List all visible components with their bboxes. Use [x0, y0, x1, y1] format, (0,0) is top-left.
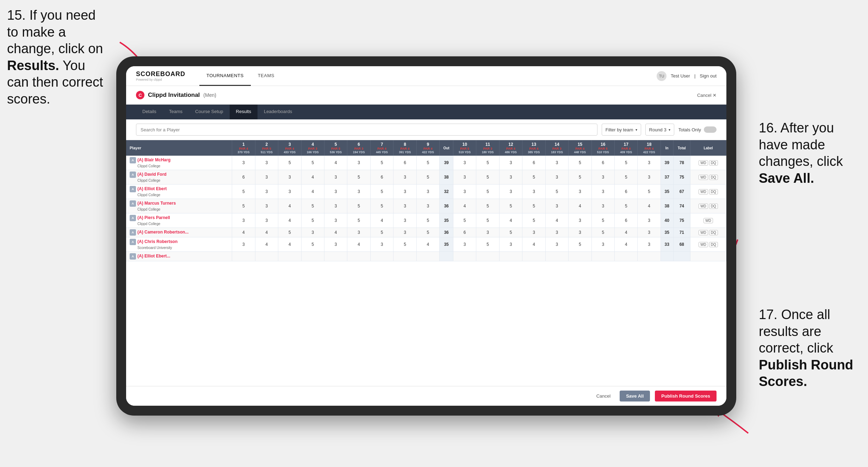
score-hole-6[interactable]: 3 — [347, 228, 370, 237]
score-hole-7[interactable] — [370, 252, 393, 261]
score-hole-3[interactable]: 3 — [278, 185, 301, 199]
score-hole-12[interactable]: 5 — [499, 199, 522, 213]
score-hole-4[interactable]: 4 — [301, 185, 324, 199]
score-hole-4[interactable]: 4 — [301, 170, 324, 185]
score-hole-18[interactable]: 3 — [638, 228, 661, 237]
score-hole-7[interactable]: 3 — [370, 237, 393, 252]
score-hole-10[interactable]: 4 — [453, 199, 476, 213]
score-hole-3[interactable]: 4 — [278, 213, 301, 228]
score-hole-11[interactable]: 5 — [476, 185, 499, 199]
score-hole-6[interactable]: 5 — [347, 170, 370, 185]
wd-button[interactable]: WD — [699, 189, 708, 194]
score-hole-3[interactable]: 3 — [278, 170, 301, 185]
score-hole-8[interactable]: 6 — [393, 156, 416, 170]
wd-button[interactable]: WD — [699, 242, 708, 247]
score-hole-16[interactable]: 3 — [591, 237, 614, 252]
score-hole-16[interactable] — [591, 252, 614, 261]
score-hole-10[interactable]: 6 — [453, 228, 476, 237]
score-hole-5[interactable]: 4 — [324, 228, 347, 237]
tab-teams[interactable]: Teams — [163, 105, 189, 119]
score-hole-8[interactable]: 3 — [393, 228, 416, 237]
score-hole-14[interactable] — [545, 252, 568, 261]
wd-button[interactable]: WD — [699, 160, 708, 166]
score-hole-7[interactable]: 5 — [370, 199, 393, 213]
score-hole-16[interactable]: 5 — [591, 213, 614, 228]
score-hole-12[interactable]: 5 — [499, 228, 522, 237]
score-hole-13[interactable]: 6 — [522, 156, 545, 170]
score-hole-6[interactable]: 3 — [347, 185, 370, 199]
score-hole-2[interactable]: 3 — [255, 185, 278, 199]
score-hole-2[interactable]: 3 — [255, 156, 278, 170]
score-hole-1[interactable] — [232, 252, 255, 261]
score-hole-4[interactable]: 3 — [301, 228, 324, 237]
score-hole-18[interactable]: 3 — [638, 237, 661, 252]
cancel-button[interactable]: Cancel — [592, 391, 615, 401]
score-hole-11[interactable]: 5 — [476, 213, 499, 228]
score-hole-17[interactable]: 5 — [615, 156, 638, 170]
score-hole-2[interactable]: 3 — [255, 170, 278, 185]
tab-course-setup[interactable]: Course Setup — [189, 105, 230, 119]
score-hole-17[interactable]: 4 — [615, 228, 638, 237]
score-hole-11[interactable] — [476, 252, 499, 261]
nav-link-tournaments[interactable]: TOURNAMENTS — [199, 66, 251, 86]
score-hole-17[interactable]: 6 — [615, 213, 638, 228]
score-hole-1[interactable]: 3 — [232, 237, 255, 252]
score-hole-16[interactable]: 6 — [591, 156, 614, 170]
score-hole-4[interactable] — [301, 252, 324, 261]
score-hole-14[interactable]: 3 — [545, 228, 568, 237]
score-hole-1[interactable]: 3 — [232, 156, 255, 170]
score-hole-6[interactable] — [347, 252, 370, 261]
score-hole-17[interactable]: 5 — [615, 199, 638, 213]
score-hole-9[interactable]: 3 — [416, 199, 439, 213]
score-hole-14[interactable]: 3 — [545, 199, 568, 213]
score-hole-7[interactable]: 4 — [370, 213, 393, 228]
score-hole-7[interactable]: 5 — [370, 185, 393, 199]
score-hole-13[interactable]: 4 — [522, 237, 545, 252]
score-hole-2[interactable]: 3 — [255, 213, 278, 228]
publish-round-scores-button[interactable]: Publish Round Scores — [655, 391, 717, 401]
wd-button[interactable]: WD — [699, 175, 708, 180]
score-hole-10[interactable]: 3 — [453, 185, 476, 199]
nav-link-teams[interactable]: TEAMS — [251, 66, 281, 86]
score-hole-2[interactable]: 3 — [255, 199, 278, 213]
score-hole-17[interactable]: 6 — [615, 185, 638, 199]
score-hole-2[interactable] — [255, 252, 278, 261]
score-hole-9[interactable]: 3 — [416, 185, 439, 199]
score-hole-1[interactable]: 4 — [232, 228, 255, 237]
save-all-button[interactable]: Save All — [620, 391, 650, 401]
score-hole-15[interactable] — [569, 252, 591, 261]
score-hole-11[interactable]: 5 — [476, 237, 499, 252]
score-hole-16[interactable]: 3 — [591, 199, 614, 213]
score-hole-15[interactable]: 5 — [569, 156, 591, 170]
score-hole-18[interactable]: 5 — [638, 185, 661, 199]
search-input[interactable] — [136, 124, 597, 136]
score-hole-12[interactable]: 3 — [499, 237, 522, 252]
score-hole-18[interactable]: 3 — [638, 170, 661, 185]
score-hole-3[interactable]: 5 — [278, 156, 301, 170]
score-hole-9[interactable] — [416, 252, 439, 261]
score-hole-9[interactable]: 4 — [416, 237, 439, 252]
score-hole-16[interactable]: 3 — [591, 170, 614, 185]
score-hole-6[interactable]: 3 — [347, 156, 370, 170]
score-hole-8[interactable]: 5 — [393, 237, 416, 252]
score-hole-7[interactable]: 5 — [370, 156, 393, 170]
score-hole-8[interactable]: 3 — [393, 170, 416, 185]
score-hole-13[interactable]: 3 — [522, 185, 545, 199]
cancel-tournament-button[interactable]: Cancel ✕ — [697, 93, 717, 98]
score-hole-3[interactable] — [278, 252, 301, 261]
score-hole-5[interactable]: 3 — [324, 170, 347, 185]
score-hole-4[interactable]: 5 — [301, 213, 324, 228]
score-hole-10[interactable]: 3 — [453, 237, 476, 252]
score-hole-5[interactable] — [324, 252, 347, 261]
round-dropdown[interactable]: Round 3 — [645, 124, 674, 136]
score-hole-10[interactable]: 3 — [453, 170, 476, 185]
score-hole-13[interactable]: 5 — [522, 199, 545, 213]
wd-button[interactable]: WD — [703, 218, 713, 223]
dq-button[interactable]: DQ — [709, 175, 718, 180]
score-hole-15[interactable]: 4 — [569, 199, 591, 213]
score-hole-16[interactable]: 3 — [591, 185, 614, 199]
score-hole-17[interactable]: 5 — [615, 170, 638, 185]
score-hole-2[interactable]: 4 — [255, 228, 278, 237]
score-hole-12[interactable]: 3 — [499, 185, 522, 199]
wd-button[interactable]: WD — [699, 204, 708, 209]
